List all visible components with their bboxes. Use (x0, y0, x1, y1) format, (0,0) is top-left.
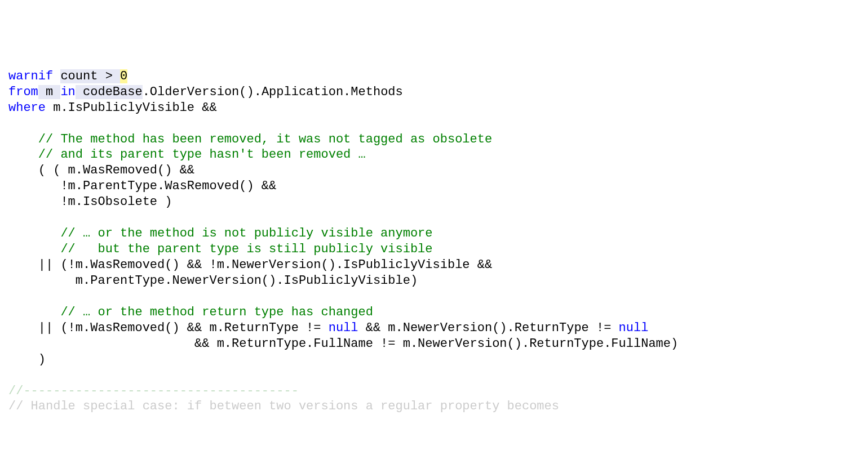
keyword-warnif: warnif (8, 69, 53, 83)
keyword-from: from (8, 85, 38, 99)
text-l07: ( ( m.WasRemoved() && (8, 163, 202, 177)
text-l08: !m.ParentType.WasRemoved() && (8, 179, 276, 193)
selection-gt: > (105, 69, 120, 83)
selection-count: count (60, 69, 105, 83)
keyword-null2: null (619, 321, 649, 335)
text-l19: ) (8, 353, 46, 367)
comment-l16: // … or the method return type has chang… (8, 305, 373, 319)
text-l17a: || (!m.WasRemoved() && m.ReturnType != (8, 321, 329, 335)
comment-l06: // and its parent type hasn't been remov… (8, 148, 366, 162)
text-l09: !m.IsObsolete ) (8, 195, 172, 209)
comment-l11: // … or the method is not publicly visib… (8, 226, 433, 240)
keyword-where: where (8, 101, 46, 115)
code-block: warnif count > 0 from m in codeBase.Olde… (8, 69, 860, 415)
comment-l12: // but the parent type is still publicly… (8, 242, 433, 256)
text-l17b: && m.NewerVersion().ReturnType != (358, 321, 619, 335)
comment-faded: // Handle special case: if between two v… (8, 399, 566, 413)
comment-l05: // The method has been removed, it was n… (8, 132, 492, 146)
text-l17c (648, 321, 656, 335)
keyword-null1: null (329, 321, 358, 335)
selection-m: m (38, 85, 61, 99)
comment-divider: //------------------------------------- (8, 384, 299, 398)
text-l13: || (!m.WasRemoved() && !m.NewerVersion()… (8, 258, 499, 272)
keyword-in: in (60, 85, 75, 99)
text-space (53, 69, 60, 83)
text-l03: m.IsPubliclyVisible && (46, 101, 217, 115)
text-l18: && m.ReturnType.FullName != m.NewerVersi… (8, 337, 678, 351)
text-l02: .OlderVersion().Application.Methods (143, 85, 403, 99)
selection-codebase: codeBase (76, 85, 143, 99)
highlight-zero: 0 (120, 69, 127, 83)
text-l14: m.ParentType.NewerVersion().IsPubliclyVi… (8, 274, 418, 288)
